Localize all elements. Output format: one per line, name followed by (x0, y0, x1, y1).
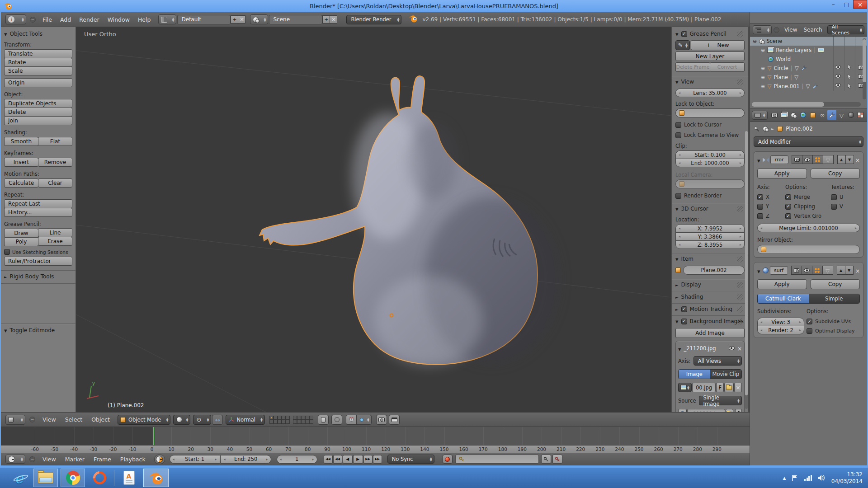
snap-element-select[interactable] (356, 415, 372, 425)
merge-checkbox[interactable] (785, 194, 791, 200)
pin-icon[interactable] (754, 126, 760, 132)
tab-simple[interactable]: Simple (809, 294, 860, 303)
move-modifier-up-button[interactable]: ▲ (837, 155, 846, 164)
rotate-button[interactable]: Rotate (4, 58, 72, 67)
jump-next-keyframe-button[interactable]: ▶▶ (363, 455, 373, 464)
timeline-menu-marker[interactable]: Marker (61, 456, 89, 463)
move-modifier-down-button[interactable]: ▼ (845, 155, 854, 164)
add-layout-button[interactable]: + (231, 15, 238, 23)
opengl-render-button[interactable] (376, 415, 387, 425)
maximize-button[interactable]: □ (840, 0, 853, 9)
move-modifier-down-button[interactable]: ▼ (845, 266, 854, 275)
clear-paths-button[interactable]: Clear (38, 178, 72, 188)
scene-icon-button[interactable] (250, 14, 268, 24)
modifier-render-toggle[interactable] (791, 266, 802, 275)
image-name-field[interactable]: 00.jpg (692, 383, 716, 392)
gp-datablock-button[interactable] (675, 40, 690, 50)
render-subdivisions-slider[interactable]: Render: 2 (757, 326, 804, 334)
motion-tracking-checkbox[interactable] (681, 306, 687, 312)
use-preview-range-toggle[interactable] (154, 455, 165, 464)
outliner-row-renderlayers[interactable]: ⊕RenderLayers| (750, 46, 867, 55)
timeline-editor-type-button[interactable] (5, 455, 25, 464)
insert-keyframe-button[interactable]: Insert (4, 158, 38, 167)
collapse-menus-icon[interactable] (30, 17, 36, 23)
shading-panel-header[interactable]: Shading (675, 293, 745, 301)
modifier-view-toggle[interactable] (802, 155, 813, 164)
menu-file[interactable]: File (38, 16, 56, 23)
editor-type-button[interactable]: i (5, 14, 26, 24)
frame-start-field[interactable]: Start: 1 (170, 455, 220, 464)
delete-button[interactable]: Delete (4, 108, 72, 117)
selectable-toggle-icon[interactable] (847, 83, 852, 89)
action-center-flag-icon[interactable] (792, 474, 798, 482)
selectable-toggle-icon[interactable] (847, 64, 852, 70)
gp-draw-button[interactable]: Draw (4, 229, 38, 238)
selectable-toggle-icon[interactable] (847, 74, 852, 80)
menu-window[interactable]: Window (104, 16, 134, 23)
apply-modifier-button[interactable]: Apply (757, 169, 807, 178)
gp-new-button[interactable]: +New (691, 40, 745, 50)
toggle-editmode-panel-header[interactable]: Toggle Editmode (4, 326, 72, 334)
menu-add[interactable]: Add (56, 16, 75, 23)
gp-convert-button[interactable]: Convert (710, 62, 745, 72)
lock-to-object-field[interactable] (675, 108, 745, 117)
tab-movie-clip[interactable]: Movie Clip (710, 370, 742, 379)
merge-limit-slider[interactable]: Merge Limit: 0.001000 (757, 224, 860, 232)
snap-toggle[interactable] (346, 415, 357, 425)
filepath-icon-button[interactable] (678, 409, 687, 412)
open-image-button[interactable] (724, 383, 734, 392)
clock[interactable]: 13:32 04/03/2014 (831, 471, 863, 485)
history-button[interactable]: History... (4, 208, 72, 217)
close-icon[interactable] (737, 344, 742, 352)
record-button[interactable] (443, 455, 453, 464)
modifier-view-toggle[interactable] (802, 266, 812, 275)
translate-button[interactable]: Translate (4, 49, 72, 58)
tab-scene[interactable] (789, 110, 798, 120)
opengl-render-anim-button[interactable] (389, 415, 400, 425)
item-name-field[interactable]: Plane.002 (683, 266, 745, 275)
outliner-editor-type-button[interactable] (753, 25, 772, 34)
view-panel-header[interactable]: View (675, 78, 745, 86)
current-frame-field[interactable]: 1 (277, 455, 317, 464)
menu-render[interactable]: Render (75, 16, 104, 23)
local-camera-field[interactable] (675, 179, 745, 188)
jump-to-end-button[interactable]: ▶▶ (373, 455, 382, 464)
view-subdivisions-slider[interactable]: View: 3 (757, 318, 804, 326)
background-images-panel-header[interactable]: Background Images (675, 317, 745, 325)
minimize-button[interactable]: – (827, 0, 840, 9)
duplicate-objects-button[interactable]: Duplicate Objects (4, 99, 72, 108)
cursor-z-slider[interactable]: Z: 8.3955 (675, 240, 745, 249)
insert-keyframes-button[interactable] (541, 455, 551, 464)
modifier-cage-toggle[interactable] (823, 155, 834, 164)
modifier-cage-toggle[interactable] (822, 266, 833, 275)
cursor-x-slider[interactable]: X: 7.9952 (675, 224, 745, 233)
scene-name-field[interactable]: Scene (269, 15, 322, 24)
current-frame-line[interactable] (153, 427, 154, 445)
flat-button[interactable]: Flat (38, 137, 72, 146)
tab-render-layers[interactable] (779, 110, 788, 120)
tab-object[interactable] (808, 110, 817, 120)
axis-z-checkbox[interactable] (757, 213, 763, 219)
viewport-3d[interactable]: y User Ortho (1) Plane.002 (76, 27, 671, 412)
use-sketching-checkbox[interactable] (4, 249, 10, 255)
copy-modifier-button[interactable]: Copy (811, 279, 860, 289)
ruler-protractor-button[interactable]: Ruler/Protractor (4, 257, 72, 266)
timeline-menu-playback[interactable]: Playback (116, 456, 150, 463)
gp-erase-button[interactable]: Erase (38, 237, 72, 246)
object-tools-panel-header[interactable]: Object Tools (4, 30, 72, 38)
properties-editor-type-button[interactable] (752, 111, 768, 120)
expand-icon[interactable]: ⊕ (761, 66, 765, 71)
3d-cursor-panel-header[interactable]: 3D Cursor (675, 205, 745, 213)
move-modifier-up-button[interactable]: ▲ (837, 266, 845, 275)
remove-keyframe-button[interactable]: Remove (38, 158, 72, 167)
rigid-body-tools-panel-header[interactable]: Rigid Body Tools (4, 272, 72, 281)
motion-tracking-panel-header[interactable]: Motion Tracking (675, 305, 745, 313)
tab-material[interactable] (847, 110, 856, 120)
tab-world[interactable] (798, 110, 807, 120)
delete-layout-button[interactable] (238, 15, 245, 23)
timeline-band[interactable] (1, 427, 750, 445)
subdivide-uvs-checkbox[interactable] (807, 319, 812, 324)
volume-icon[interactable] (818, 474, 826, 481)
tab-texture[interactable] (856, 110, 865, 120)
lock-to-cursor-checkbox[interactable] (675, 122, 681, 128)
